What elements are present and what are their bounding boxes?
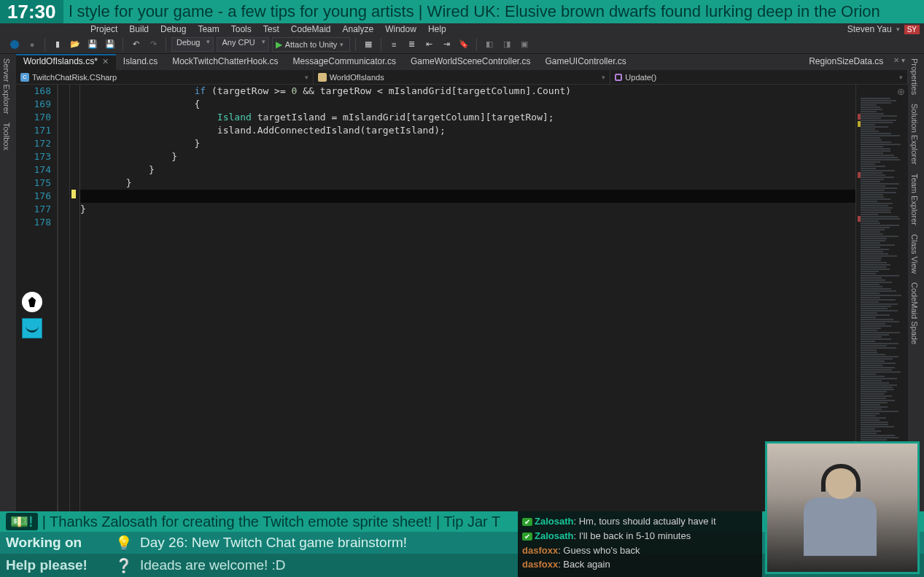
tab-worldofislandscs[interactable]: WorldOfIslands.cs*✕ [16, 54, 116, 70]
class-icon [318, 73, 327, 82]
tab-mocktwitchchatterhookcs[interactable]: MockTwitchChatterHook.cs [165, 54, 285, 70]
chat-line: ✔Zalosath: I'll be back in 5-10 minutes [522, 529, 758, 543]
csharp-icon: C [20, 73, 29, 82]
code-line[interactable]: } [80, 163, 855, 177]
menu-codemaid[interactable]: CodeMaid [285, 24, 337, 34]
tab-islandcs[interactable]: Island.cs [116, 54, 165, 70]
menu-project[interactable]: Project [85, 24, 123, 34]
chat-username: Zalosath [535, 516, 573, 527]
stream-clock: 17:30 [0, 0, 63, 23]
panel-solution-explorer[interactable]: Solution Explorer [908, 99, 921, 169]
chat-username: dasfoxx [522, 545, 558, 556]
menu-team[interactable]: Team [192, 24, 225, 34]
document-tabs: WorldOfIslands.cs*✕Island.csMockTwitchCh… [16, 54, 908, 70]
menu-test[interactable]: Test [257, 24, 285, 34]
misc-icon-1[interactable]: ◧ [482, 37, 497, 52]
play-icon: ▶ [276, 39, 282, 50]
redo-button[interactable]: ↷ [146, 37, 160, 52]
code-line[interactable]: } [80, 203, 855, 216]
code-line[interactable] [80, 216, 855, 229]
stream-ticker: l style for your game - a few tips for y… [63, 2, 925, 21]
nav-back-button[interactable] [7, 37, 22, 52]
tab-messagecommunicatorcs[interactable]: MessageCommunicator.cs [286, 54, 403, 70]
chat-username: Zalosath [535, 530, 573, 541]
undo-button[interactable]: ↶ [128, 37, 143, 52]
close-icon[interactable]: ✕ [102, 57, 109, 66]
chevron-down-icon[interactable]: ▾ [896, 26, 900, 33]
help-label: Help please! [6, 557, 108, 573]
menu-user-name[interactable]: Steven Yau [847, 24, 892, 34]
misc-icon-2[interactable]: ◨ [500, 37, 514, 52]
panel-codemaid-spade[interactable]: CodeMaid Spade [908, 278, 921, 349]
chat-line: ✔Zalosath: Hm, tours should actually hav… [522, 514, 758, 529]
fold-column[interactable] [58, 85, 70, 577]
nav-class-combo[interactable]: WorldOfIslands ▾ [314, 70, 611, 84]
chat-message: : I'll be back in 5-10 minutes [573, 530, 691, 541]
webcam-feed [765, 441, 920, 574]
money-icon: 💵! [6, 513, 38, 530]
tab-regionsizedatacs[interactable]: RegionSizeData.cs [801, 54, 890, 70]
code-line[interactable]: } [80, 177, 855, 190]
bookmark-icon[interactable]: 🔖 [457, 37, 471, 52]
mod-badge-icon: ✔ [522, 533, 532, 541]
code-line[interactable]: if (targetRow >= 0 && targetRow < mIslan… [80, 85, 855, 98]
code-line[interactable]: { [80, 98, 855, 111]
code-body[interactable]: if (targetRow >= 0 && targetRow < mIslan… [80, 85, 855, 577]
chat-message: : Guess who's back [558, 545, 640, 556]
save-icon[interactable]: 💾 [85, 37, 100, 52]
chat-message: : Hm, tours should actually have it [573, 516, 715, 527]
panel-server-explorer[interactable]: Server Explorer [0, 54, 13, 118]
comment-icon[interactable]: ≡ [387, 37, 401, 52]
panel-class-view[interactable]: Class View [908, 230, 921, 278]
working-on-text: Day 26: New Twitch Chat game brainstorm! [140, 535, 407, 551]
chat-line: dasfoxx: Back again [522, 557, 758, 571]
tab-gameuicontrollercs[interactable]: GameUIController.cs [537, 54, 633, 70]
new-project-icon[interactable]: ▮ [50, 37, 65, 52]
chat-message: : Back again [558, 559, 610, 570]
nav-member-combo[interactable]: Update() ▾ [610, 70, 908, 84]
menu-bar: ProjectBuildDebugTeamToolsTestCodeMaidAn… [0, 23, 924, 35]
working-on-label: Working on [6, 535, 108, 551]
nav-project-combo[interactable]: C TwitchChatRisk.CSharp ▾ [16, 70, 314, 84]
chat-username: dasfoxx [522, 559, 558, 570]
menu-tools[interactable]: Tools [225, 24, 257, 34]
tab-gameworldscenecontrollercs[interactable]: GameWorldSceneController.cs [403, 54, 538, 70]
smile-icon [22, 318, 42, 338]
solution-platform-combo[interactable]: Any CPU [217, 37, 268, 52]
nav-project-label: TwitchChatRisk.CSharp [32, 73, 117, 82]
code-line[interactable]: Island targetIsland = mIslandGrid[target… [80, 111, 855, 124]
tool-icon-1[interactable]: ▦ [361, 37, 376, 52]
panel-team-explorer[interactable]: Team Explorer [908, 169, 921, 230]
save-all-icon[interactable]: 💾 [103, 37, 117, 52]
lightbulb-icon: 💡 [115, 535, 133, 551]
attach-label: Attach to Unity [285, 40, 338, 49]
menu-analyze[interactable]: Analyze [337, 24, 380, 34]
misc-icon-3[interactable]: ▣ [517, 37, 532, 52]
attach-to-unity-button[interactable]: ▶ Attach to Unity ▾ [272, 37, 351, 52]
question-icon: ❔ [115, 557, 133, 574]
menu-window[interactable]: Window [379, 24, 422, 34]
nav-fwd-button[interactable]: ● [25, 37, 39, 52]
code-line[interactable]: island.AddConnectedIsland(targetIsland); [80, 124, 855, 137]
panel-toolbox[interactable]: Toolbox [0, 118, 13, 155]
change-marker [71, 190, 76, 198]
uncomment-icon[interactable]: ≣ [404, 37, 419, 52]
solution-config-combo[interactable]: Debug [171, 37, 214, 52]
code-nav-bar: C TwitchChatRisk.CSharp ▾ WorldOfIslands… [16, 70, 908, 85]
nav-class-label: WorldOfIslands [330, 73, 384, 82]
tab-overflow-button[interactable]: ✕ ▾ [890, 54, 908, 70]
code-line[interactable]: } [80, 137, 855, 150]
indent-icon[interactable]: ⇥ [439, 37, 454, 52]
chat-line: dasfoxx: Guess who's back [522, 543, 758, 557]
menu-help[interactable]: Help [422, 24, 452, 34]
split-icon[interactable]: ⊕ [897, 86, 905, 97]
stream-header: 17:30 l style for your game - a few tips… [0, 0, 924, 23]
code-line[interactable]: } [80, 150, 855, 163]
outdent-icon[interactable]: ⇤ [422, 37, 436, 52]
user-initials-badge[interactable]: SY [904, 25, 920, 34]
open-file-icon[interactable]: 📂 [68, 37, 82, 52]
menu-build[interactable]: Build [123, 24, 155, 34]
menu-debug[interactable]: Debug [155, 24, 192, 34]
panel-properties[interactable]: Properties [908, 54, 921, 99]
code-line[interactable] [80, 190, 855, 203]
